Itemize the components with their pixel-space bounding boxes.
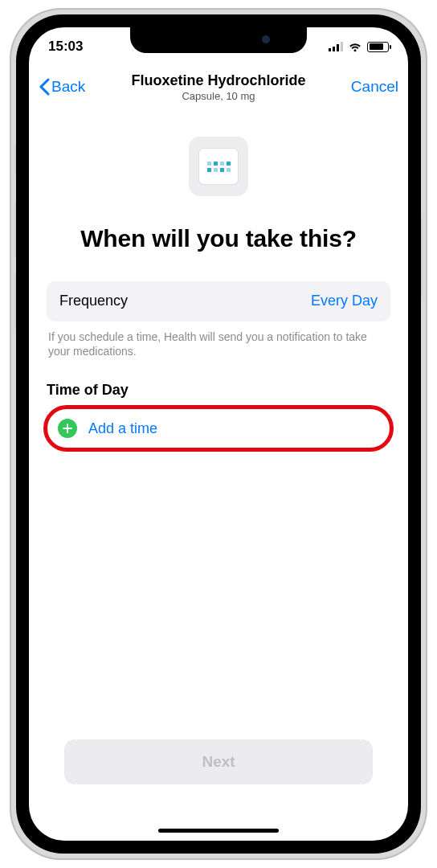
time-of-day-label: Time of Day	[47, 382, 390, 399]
schedule-hint: If you schedule a time, Health will send…	[47, 330, 390, 360]
back-button[interactable]: Back	[39, 78, 85, 96]
screen: 15:03 Back Fluoxetine Hydrochloride Caps…	[29, 27, 408, 841]
next-button[interactable]: Next	[64, 739, 373, 784]
add-time-label: Add a time	[88, 420, 157, 437]
home-indicator[interactable]	[158, 829, 279, 833]
wifi-icon	[348, 42, 362, 52]
content: When will you take this? Frequency Every…	[29, 137, 408, 448]
back-label: Back	[51, 78, 85, 96]
nav-bar: Back Fluoxetine Hydrochloride Capsule, 1…	[29, 66, 408, 108]
frequency-value: Every Day	[311, 293, 378, 309]
status-time: 15:03	[48, 39, 83, 55]
battery-icon	[367, 42, 389, 52]
plus-icon	[58, 419, 77, 438]
chevron-left-icon	[39, 78, 50, 96]
cellular-icon	[329, 42, 343, 51]
next-label: Next	[202, 753, 235, 771]
notch	[130, 27, 307, 53]
annotation-highlight: Add a time	[47, 408, 390, 448]
calendar-icon	[189, 137, 248, 196]
add-time-button[interactable]: Add a time	[47, 408, 390, 448]
status-icons	[329, 42, 389, 52]
headline: When will you take this?	[47, 223, 390, 254]
frequency-label: Frequency	[59, 293, 128, 309]
cancel-button[interactable]: Cancel	[351, 78, 398, 96]
frequency-row[interactable]: Frequency Every Day	[47, 281, 390, 321]
